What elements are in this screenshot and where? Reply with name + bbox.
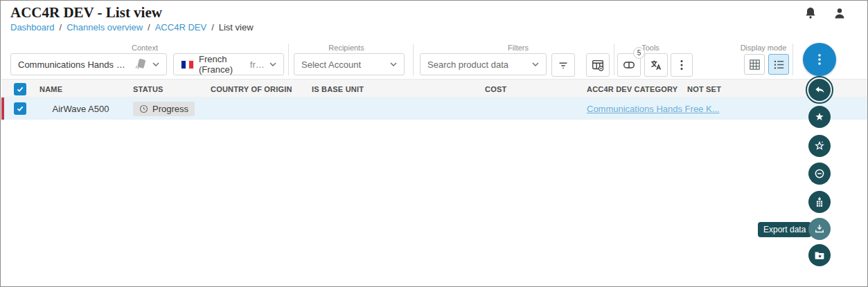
account-select[interactable]: Select Account <box>294 53 405 75</box>
table-header-row: NAME STATUS COUNTRY OF ORIGIN IS BASE UN… <box>1 79 868 98</box>
filter-lines-icon <box>557 59 569 71</box>
chevron-down-icon <box>152 62 159 66</box>
export-download-icon <box>813 223 826 235</box>
locale-select[interactable]: French (France) fr-FR <box>173 53 284 75</box>
breadcrumb-dashboard[interactable]: Dashboard <box>10 22 55 33</box>
user-account-icon[interactable] <box>831 6 848 25</box>
column-header-country-of-origin[interactable]: COUNTRY OF ORIGIN <box>211 80 292 98</box>
import-button[interactable] <box>808 191 831 213</box>
grid-view-button[interactable] <box>744 54 765 75</box>
favorite-add-button[interactable] <box>808 135 831 157</box>
more-actions-fab[interactable] <box>803 43 836 76</box>
column-settings-button[interactable] <box>586 53 610 77</box>
toggle-pill-icon <box>622 58 636 72</box>
breadcrumb-acc4r-dev[interactable]: ACC4R DEV <box>155 22 206 33</box>
search-select-value: Search product data <box>427 59 527 70</box>
app-window: ACC4R DEV - List view Dashboard / Channe… <box>0 0 868 287</box>
breadcrumb: Dashboard / Channels overview / ACC4R DE… <box>10 22 254 33</box>
reply-icon <box>813 84 826 96</box>
context-section-label: Context <box>132 44 158 52</box>
folder-favorites-button[interactable] <box>808 244 831 266</box>
favorite-button[interactable] <box>808 106 831 128</box>
toolbar-divider <box>614 44 614 75</box>
row-checkbox[interactable] <box>14 102 26 115</box>
kebab-menu-icon <box>676 59 687 71</box>
toolbar-divider <box>288 44 289 75</box>
status-badge: Progress <box>133 102 195 116</box>
more-tools-button[interactable] <box>671 53 693 77</box>
table-row[interactable]: AirWave A500 Progress Communications Han… <box>1 98 868 120</box>
channel-select-value: Communications Hands Free Ki... <box>18 59 129 70</box>
account-select-value: Select Account <box>301 59 385 70</box>
import-building-icon <box>813 196 826 208</box>
cell-name: AirWave A500 <box>34 98 127 120</box>
column-header-is-base-unit[interactable]: IS BASE UNIT <box>312 80 364 98</box>
column-header-status[interactable]: STATUS <box>133 80 163 98</box>
table-eye-icon <box>591 58 605 72</box>
clock-icon <box>139 104 148 113</box>
remove-circle-icon <box>813 167 826 180</box>
cell-category-link[interactable]: Communications Hands Free K... <box>587 104 719 114</box>
display-mode-section-label: Display mode <box>741 44 787 52</box>
translate-icon <box>649 58 663 72</box>
star-filled-icon <box>813 111 826 123</box>
list-view-icon <box>772 58 786 71</box>
page-title: ACC4R DEV - List view <box>10 4 162 21</box>
list-view-button[interactable] <box>768 54 789 75</box>
breadcrumb-channels-overview[interactable]: Channels overview <box>67 22 143 33</box>
reply-button[interactable] <box>808 79 831 101</box>
select-all-checkbox[interactable] <box>14 83 26 95</box>
channel-select[interactable]: Communications Hands Free Ki... <box>10 53 167 75</box>
breadcrumb-separator: / <box>148 22 150 33</box>
translate-button[interactable] <box>644 53 668 77</box>
toolbar-divider <box>792 44 793 75</box>
column-header-name[interactable]: NAME <box>39 80 62 98</box>
channel-card-icon <box>134 57 148 71</box>
folder-star-icon <box>813 249 826 261</box>
breadcrumb-current: List view <box>219 22 254 33</box>
chevron-down-icon <box>390 62 397 66</box>
column-header-not-set[interactable]: NOT SET <box>687 80 721 98</box>
toolbar-divider <box>413 44 414 75</box>
export-tooltip: Export data <box>758 222 811 237</box>
remove-button[interactable] <box>808 163 831 185</box>
breadcrumb-separator: / <box>211 22 214 33</box>
locale-code: fr-FR <box>250 59 265 70</box>
search-product-data-select[interactable]: Search product data <box>420 53 547 75</box>
filter-button[interactable] <box>551 53 575 77</box>
column-header-cost[interactable]: COST <box>485 80 506 98</box>
breadcrumb-separator: / <box>60 22 62 33</box>
grid-view-icon <box>748 58 761 71</box>
compare-toggle-button[interactable]: 5 <box>617 53 641 77</box>
export-data-button[interactable] <box>808 218 831 240</box>
column-header-acc4r-dev-category[interactable]: ACC4R DEV CATEGORY <box>587 80 677 98</box>
recipients-section-label: Recipients <box>328 44 364 52</box>
notifications-bell-icon[interactable] <box>802 6 819 25</box>
french-flag-icon <box>181 60 194 69</box>
tools-count-badge: 5 <box>633 47 645 59</box>
more-actions-icon <box>813 52 826 67</box>
row-alert-indicator <box>1 98 4 120</box>
chevron-down-icon <box>269 62 276 66</box>
reply-button-ring <box>806 76 833 104</box>
star-outline-icon <box>813 140 826 152</box>
locale-select-value: French (France) <box>199 54 245 75</box>
chevron-down-icon <box>532 62 539 66</box>
filters-section-label: Filters <box>508 44 529 52</box>
